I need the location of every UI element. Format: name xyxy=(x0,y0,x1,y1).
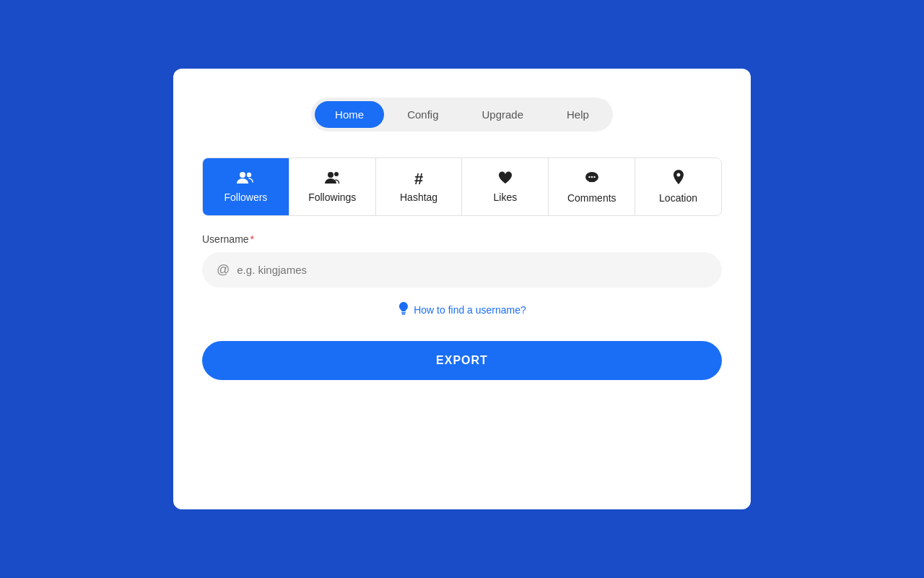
tab-location-label: Location xyxy=(659,192,697,204)
hashtag-icon: # xyxy=(414,171,423,187)
likes-icon xyxy=(497,171,513,187)
tab-bar: Followers Followings # Hashtag xyxy=(202,158,722,216)
tab-likes[interactable]: Likes xyxy=(462,158,549,215)
tab-hashtag-label: Hashtag xyxy=(400,191,437,203)
tab-followers[interactable]: Followers xyxy=(203,158,289,215)
tab-comments-label: Comments xyxy=(567,192,616,204)
help-link[interactable]: How to find a username? xyxy=(398,302,526,318)
svg-point-2 xyxy=(328,172,334,178)
username-label: Username* xyxy=(202,233,722,245)
comments-icon xyxy=(584,170,600,188)
bulb-icon xyxy=(398,302,409,318)
svg-rect-8 xyxy=(401,312,406,314)
tab-followings[interactable]: Followings xyxy=(289,158,376,215)
main-card: Home Config Upgrade Help Followers xyxy=(173,69,751,509)
tab-comments[interactable]: Comments xyxy=(549,158,635,215)
followers-icon xyxy=(237,171,254,187)
svg-rect-9 xyxy=(402,314,406,315)
tab-hashtag[interactable]: # Hashtag xyxy=(376,158,463,215)
help-link-text: How to find a username? xyxy=(414,304,526,316)
svg-point-5 xyxy=(588,176,590,178)
required-indicator: * xyxy=(250,233,254,245)
nav-help[interactable]: Help xyxy=(546,101,609,128)
at-symbol: @ xyxy=(217,262,230,277)
username-input[interactable] xyxy=(237,264,707,276)
nav-upgrade[interactable]: Upgrade xyxy=(461,101,544,128)
svg-point-6 xyxy=(591,176,593,178)
nav-home[interactable]: Home xyxy=(315,101,384,128)
svg-point-0 xyxy=(240,172,245,178)
tab-location[interactable]: Location xyxy=(635,158,721,215)
svg-point-7 xyxy=(593,176,595,178)
tab-followings-label: Followings xyxy=(308,191,356,203)
tab-followers-label: Followers xyxy=(224,191,267,203)
svg-point-1 xyxy=(247,173,251,177)
top-nav: Home Config Upgrade Help xyxy=(311,98,613,131)
username-input-wrapper: @ xyxy=(202,252,722,288)
form-section: Username* @ xyxy=(202,233,722,288)
nav-config[interactable]: Config xyxy=(387,101,458,128)
svg-point-3 xyxy=(334,172,339,176)
followings-icon xyxy=(324,171,340,187)
tab-likes-label: Likes xyxy=(494,191,518,203)
export-button[interactable]: EXPORT xyxy=(202,341,722,380)
location-icon xyxy=(672,170,685,188)
